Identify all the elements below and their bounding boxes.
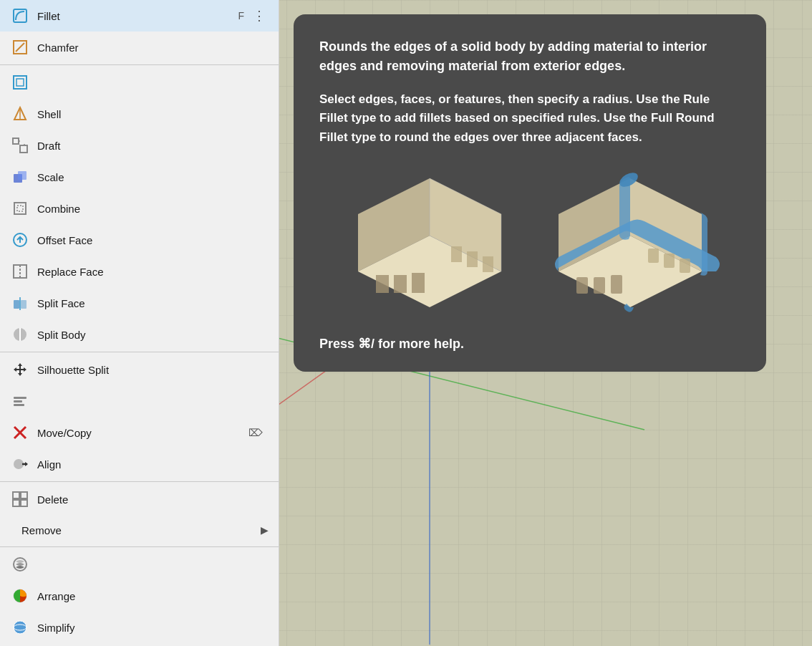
appearance-icon	[10, 586, 30, 606]
menu-item-draft[interactable]: Shell	[0, 98, 279, 130]
divider-3	[0, 481, 279, 482]
arrange-icon	[10, 489, 30, 509]
offset-face-label: Combine	[37, 203, 269, 215]
fillet-shortcut: F	[238, 10, 244, 21]
replace-face-label: Offset Face	[37, 234, 269, 246]
simplify-label: Remove	[21, 524, 261, 536]
physical-material-icon	[10, 554, 30, 574]
divider-1	[0, 64, 279, 65]
after-illustration	[537, 164, 723, 322]
svg-rect-26	[14, 397, 26, 399]
align-icon	[10, 391, 30, 411]
remove-label: Align	[37, 458, 269, 471]
svg-rect-3	[14, 9, 26, 22]
svg-rect-16	[17, 206, 23, 211]
svg-rect-60	[664, 254, 675, 268]
chamfer-icon	[10, 37, 30, 57]
svg-rect-10	[20, 145, 27, 153]
replace-face-icon	[10, 230, 30, 250]
menu-item-replace-face[interactable]: Offset Face	[0, 224, 279, 256]
menu-item-physical-material[interactable]	[0, 549, 279, 580]
before-illustration	[337, 164, 523, 322]
draft-icon	[10, 104, 30, 124]
menu-item-manage-materials[interactable]	[0, 643, 279, 646]
combine-label: Scale	[37, 171, 269, 183]
menu-item-offset-face[interactable]: Combine	[0, 193, 279, 224]
chamfer-label: Chamfer	[37, 42, 269, 54]
svg-rect-5	[14, 76, 26, 89]
silhouette-label: Split Body	[37, 329, 269, 341]
svg-rect-22	[21, 300, 26, 309]
menu-item-scale[interactable]: Draft	[0, 130, 279, 161]
menu-item-combine[interactable]: Scale	[0, 161, 279, 193]
divider-2	[0, 352, 279, 352]
combine-icon	[10, 167, 30, 187]
offset-face-icon	[10, 198, 30, 218]
split-body-icon	[10, 293, 30, 313]
split-face-icon	[10, 261, 30, 281]
delete-icon	[10, 423, 30, 443]
menu-item-simplify[interactable]: Remove ▶	[0, 515, 279, 545]
menu-item-appearance[interactable]: Arrange	[0, 580, 279, 612]
menu-item-split-body[interactable]: Split Face	[0, 287, 279, 319]
arrange-label: Delete	[37, 493, 269, 506]
tooltip-images	[319, 164, 740, 322]
svg-rect-15	[14, 203, 26, 214]
svg-rect-50	[394, 275, 407, 293]
svg-rect-6	[16, 79, 24, 86]
svg-rect-51	[412, 273, 425, 293]
volumetric-lattice-label: Simplify	[37, 622, 269, 634]
fillet-more[interactable]: ⋮	[250, 8, 269, 24]
tooltip-panel: Rounds the edges of a solid body by addi…	[294, 14, 766, 372]
scale-icon	[10, 135, 30, 155]
move-copy-label: Silhouette Split	[37, 364, 263, 376]
svg-rect-62	[576, 277, 588, 294]
move-copy-icon	[10, 360, 30, 380]
delete-shortcut: ⌦	[248, 427, 263, 438]
scale-label: Draft	[37, 140, 269, 152]
draft-label: Shell	[37, 108, 269, 120]
appearance-label: Arrange	[37, 590, 263, 602]
remove-icon	[10, 454, 30, 474]
svg-rect-21	[14, 300, 19, 309]
fillet-icon	[10, 6, 30, 26]
menu-item-arrange[interactable]: Delete	[0, 483, 279, 515]
menu-item-move-copy[interactable]: Silhouette Split	[0, 354, 279, 385]
shell-icon	[10, 72, 30, 92]
menu-panel: Fillet F ⋮ Chamfer Shell Draft S	[0, 0, 279, 646]
svg-rect-14	[18, 171, 26, 180]
svg-point-31	[14, 459, 24, 469]
svg-marker-33	[25, 462, 28, 466]
tooltip-footer: Press ⌘/ for more help.	[319, 336, 740, 352]
svg-rect-61	[680, 259, 690, 273]
tooltip-description: Rounds the edges of a solid body by addi…	[319, 37, 740, 76]
svg-rect-9	[13, 138, 19, 144]
menu-item-fillet[interactable]: Fillet F ⋮	[0, 0, 279, 32]
menu-item-split-face[interactable]: Replace Face	[0, 256, 279, 287]
svg-rect-54	[483, 256, 493, 272]
svg-rect-36	[13, 500, 19, 506]
silhouette-icon	[10, 324, 30, 344]
tooltip-detail: Select edges, faces, or features, then s…	[319, 90, 740, 147]
menu-item-remove[interactable]: Align	[0, 448, 279, 480]
simplify-arrow: ▶	[261, 524, 269, 536]
menu-item-align[interactable]	[0, 385, 279, 417]
menu-item-silhouette[interactable]: Split Body	[0, 319, 279, 350]
menu-item-chamfer[interactable]: Chamfer	[0, 32, 279, 63]
menu-item-volumetric-lattice[interactable]: Simplify	[0, 612, 279, 643]
svg-rect-59	[648, 249, 659, 263]
svg-rect-63	[594, 277, 605, 294]
menu-item-shell[interactable]	[0, 67, 279, 98]
svg-rect-64	[611, 275, 622, 294]
fillet-label: Fillet	[37, 10, 238, 22]
svg-rect-52	[451, 246, 462, 262]
svg-rect-53	[467, 251, 478, 267]
svg-rect-28	[14, 404, 24, 406]
svg-rect-37	[21, 500, 27, 506]
svg-rect-34	[13, 492, 19, 498]
menu-item-delete[interactable]: Move/Copy ⌦	[0, 417, 279, 448]
svg-rect-27	[14, 400, 22, 402]
split-face-label: Replace Face	[37, 266, 269, 278]
delete-label: Move/Copy	[37, 427, 248, 439]
svg-rect-35	[21, 492, 27, 498]
